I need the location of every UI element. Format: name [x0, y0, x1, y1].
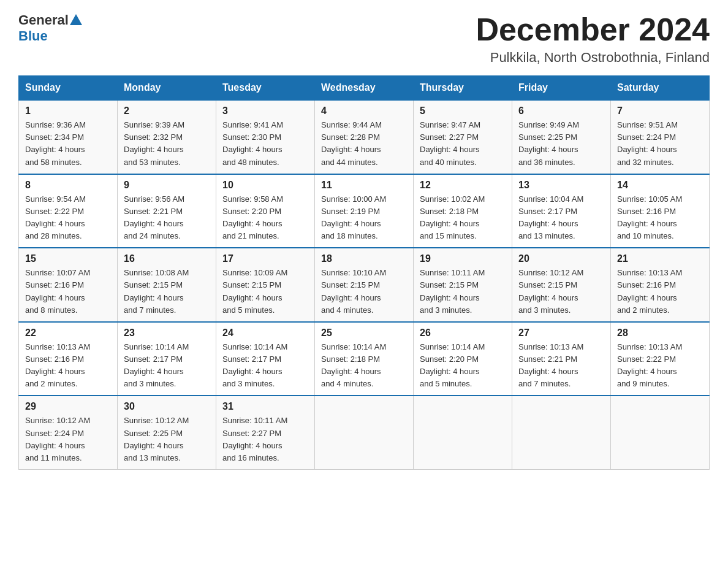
day-info: Sunrise: 10:05 AMSunset: 2:16 PMDaylight… — [617, 194, 682, 240]
day-info: Sunrise: 10:11 AMSunset: 2:15 PMDaylight… — [420, 268, 485, 314]
calendar-subtitle: Pulkkila, North Ostrobothnia, Finland — [476, 50, 710, 66]
day-info: Sunrise: 10:14 AMSunset: 2:17 PMDaylight… — [222, 342, 287, 388]
day-number: 10 — [222, 180, 308, 191]
day-info: Sunrise: 10:14 AMSunset: 2:20 PMDaylight… — [420, 342, 485, 388]
calendar-week-row: 29 Sunrise: 10:12 AMSunset: 2:24 PMDayli… — [19, 396, 710, 469]
day-info: Sunrise: 9:51 AMSunset: 2:24 PMDaylight:… — [617, 120, 678, 166]
calendar-cell: 31 Sunrise: 10:11 AMSunset: 2:27 PMDayli… — [216, 396, 315, 469]
day-number: 18 — [321, 253, 407, 264]
calendar-cell: 11 Sunrise: 10:00 AMSunset: 2:19 PMDayli… — [315, 174, 414, 248]
calendar-week-row: 22 Sunrise: 10:13 AMSunset: 2:16 PMDayli… — [19, 322, 710, 396]
day-number: 30 — [124, 401, 210, 412]
day-info: Sunrise: 10:12 AMSunset: 2:25 PMDaylight… — [124, 416, 189, 462]
calendar-cell — [611, 396, 710, 469]
day-info: Sunrise: 9:56 AMSunset: 2:21 PMDaylight:… — [124, 194, 184, 240]
day-number: 26 — [420, 327, 506, 339]
column-header-saturday: Saturday — [611, 76, 710, 101]
day-info: Sunrise: 9:49 AMSunset: 2:25 PMDaylight:… — [518, 120, 579, 166]
day-info: Sunrise: 9:58 AMSunset: 2:20 PMDaylight:… — [222, 194, 283, 240]
calendar-cell: 4 Sunrise: 9:44 AMSunset: 2:28 PMDayligh… — [315, 100, 414, 174]
calendar-cell: 27 Sunrise: 10:13 AMSunset: 2:21 PMDayli… — [512, 322, 611, 396]
day-number: 6 — [518, 105, 604, 117]
day-number: 27 — [518, 327, 604, 339]
calendar-header-row: SundayMondayTuesdayWednesdayThursdayFrid… — [19, 76, 710, 101]
day-info: Sunrise: 10:13 AMSunset: 2:16 PMDaylight… — [25, 342, 90, 388]
calendar-cell: 26 Sunrise: 10:14 AMSunset: 2:20 PMDayli… — [414, 322, 512, 396]
calendar-week-row: 8 Sunrise: 9:54 AMSunset: 2:22 PMDayligh… — [19, 174, 710, 248]
calendar-cell: 16 Sunrise: 10:08 AMSunset: 2:15 PMDayli… — [118, 248, 216, 322]
logo-triangle-icon — [70, 14, 82, 25]
day-number: 5 — [420, 105, 506, 117]
day-number: 21 — [617, 253, 703, 264]
calendar-cell: 19 Sunrise: 10:11 AMSunset: 2:15 PMDayli… — [414, 248, 512, 322]
day-number: 29 — [25, 401, 111, 412]
page-header: General Blue December 2024 Pulkkila, Nor… — [18, 12, 710, 66]
calendar-cell — [414, 396, 512, 469]
day-number: 17 — [222, 253, 308, 264]
day-number: 16 — [124, 253, 210, 264]
calendar-week-row: 15 Sunrise: 10:07 AMSunset: 2:16 PMDayli… — [19, 248, 710, 322]
calendar-cell: 3 Sunrise: 9:41 AMSunset: 2:30 PMDayligh… — [216, 100, 315, 174]
day-info: Sunrise: 10:09 AMSunset: 2:15 PMDaylight… — [222, 268, 287, 314]
day-info: Sunrise: 10:14 AMSunset: 2:17 PMDaylight… — [124, 342, 189, 388]
calendar-cell: 1 Sunrise: 9:36 AMSunset: 2:34 PMDayligh… — [19, 100, 118, 174]
day-info: Sunrise: 10:11 AMSunset: 2:27 PMDaylight… — [222, 416, 287, 462]
day-number: 15 — [25, 253, 111, 264]
day-number: 24 — [222, 327, 308, 339]
day-number: 9 — [124, 180, 210, 191]
day-number: 2 — [124, 105, 210, 117]
calendar-cell: 30 Sunrise: 10:12 AMSunset: 2:25 PMDayli… — [118, 396, 216, 469]
day-number: 23 — [124, 327, 210, 339]
calendar-table: SundayMondayTuesdayWednesdayThursdayFrid… — [18, 75, 710, 470]
day-info: Sunrise: 10:00 AMSunset: 2:19 PMDaylight… — [321, 194, 386, 240]
calendar-cell: 6 Sunrise: 9:49 AMSunset: 2:25 PMDayligh… — [512, 100, 611, 174]
day-info: Sunrise: 10:07 AMSunset: 2:16 PMDaylight… — [25, 268, 90, 314]
logo-blue-text: Blue — [18, 28, 48, 44]
day-number: 7 — [617, 105, 703, 117]
title-area: December 2024 Pulkkila, North Ostrobothn… — [476, 12, 710, 66]
day-number: 14 — [617, 180, 703, 191]
column-header-sunday: Sunday — [19, 76, 118, 101]
calendar-cell: 25 Sunrise: 10:14 AMSunset: 2:18 PMDayli… — [315, 322, 414, 396]
calendar-cell: 18 Sunrise: 10:10 AMSunset: 2:15 PMDayli… — [315, 248, 414, 322]
day-info: Sunrise: 10:10 AMSunset: 2:15 PMDaylight… — [321, 268, 386, 314]
day-info: Sunrise: 9:44 AMSunset: 2:28 PMDaylight:… — [321, 120, 382, 166]
day-number: 4 — [321, 105, 407, 117]
calendar-cell: 23 Sunrise: 10:14 AMSunset: 2:17 PMDayli… — [118, 322, 216, 396]
day-number: 13 — [518, 180, 604, 191]
column-header-monday: Monday — [118, 76, 216, 101]
calendar-cell: 2 Sunrise: 9:39 AMSunset: 2:32 PMDayligh… — [118, 100, 216, 174]
day-number: 25 — [321, 327, 407, 339]
calendar-cell — [315, 396, 414, 469]
day-number: 1 — [25, 105, 111, 117]
calendar-cell: 10 Sunrise: 9:58 AMSunset: 2:20 PMDaylig… — [216, 174, 315, 248]
day-info: Sunrise: 10:04 AMSunset: 2:17 PMDaylight… — [518, 194, 583, 240]
day-number: 12 — [420, 180, 506, 191]
column-header-thursday: Thursday — [414, 76, 512, 101]
logo-general-text: General — [18, 12, 69, 28]
calendar-cell: 9 Sunrise: 9:56 AMSunset: 2:21 PMDayligh… — [118, 174, 216, 248]
day-number: 3 — [222, 105, 308, 117]
calendar-cell: 8 Sunrise: 9:54 AMSunset: 2:22 PMDayligh… — [19, 174, 118, 248]
day-info: Sunrise: 10:13 AMSunset: 2:16 PMDaylight… — [617, 268, 682, 314]
calendar-title: December 2024 — [476, 12, 710, 47]
calendar-cell: 20 Sunrise: 10:12 AMSunset: 2:15 PMDayli… — [512, 248, 611, 322]
day-info: Sunrise: 10:13 AMSunset: 2:21 PMDaylight… — [518, 342, 583, 388]
logo: General Blue — [18, 12, 82, 44]
day-info: Sunrise: 9:36 AMSunset: 2:34 PMDaylight:… — [25, 120, 86, 166]
day-number: 19 — [420, 253, 506, 264]
calendar-cell — [512, 396, 611, 469]
day-info: Sunrise: 9:47 AMSunset: 2:27 PMDaylight:… — [420, 120, 480, 166]
calendar-cell: 13 Sunrise: 10:04 AMSunset: 2:17 PMDayli… — [512, 174, 611, 248]
day-info: Sunrise: 9:41 AMSunset: 2:30 PMDaylight:… — [222, 120, 283, 166]
day-info: Sunrise: 9:39 AMSunset: 2:32 PMDaylight:… — [124, 120, 184, 166]
column-header-wednesday: Wednesday — [315, 76, 414, 101]
calendar-cell: 17 Sunrise: 10:09 AMSunset: 2:15 PMDayli… — [216, 248, 315, 322]
day-info: Sunrise: 10:12 AMSunset: 2:24 PMDaylight… — [25, 416, 90, 462]
calendar-cell: 7 Sunrise: 9:51 AMSunset: 2:24 PMDayligh… — [611, 100, 710, 174]
calendar-cell: 12 Sunrise: 10:02 AMSunset: 2:18 PMDayli… — [414, 174, 512, 248]
day-info: Sunrise: 10:02 AMSunset: 2:18 PMDaylight… — [420, 194, 485, 240]
day-info: Sunrise: 10:12 AMSunset: 2:15 PMDaylight… — [518, 268, 583, 314]
day-info: Sunrise: 10:08 AMSunset: 2:15 PMDaylight… — [124, 268, 189, 314]
day-number: 11 — [321, 180, 407, 191]
